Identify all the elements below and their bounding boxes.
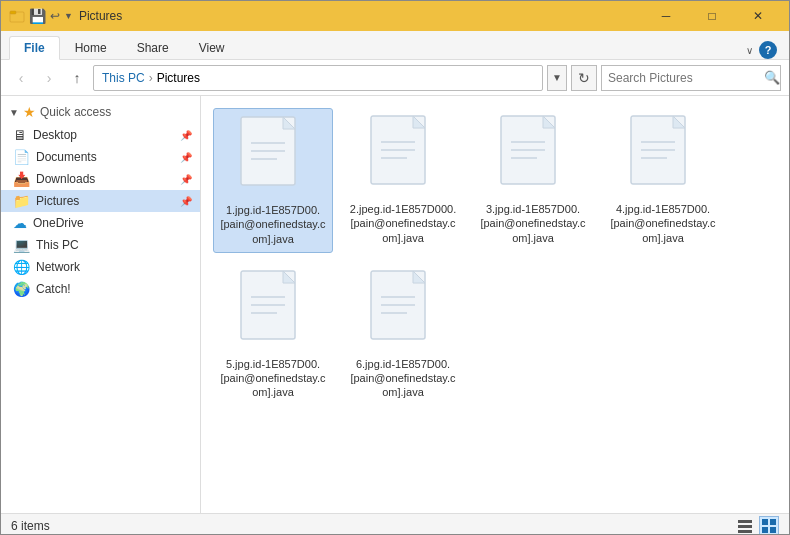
sidebar-thispc-label: This PC xyxy=(36,238,192,252)
downloads-icon: 📥 xyxy=(13,171,30,187)
file-item-file1[interactable]: 1.jpg.id-1E857D00.[pain@onefinedstay.com… xyxy=(213,108,333,253)
file-name-file5: 5.jpg.id-1E857D00.[pain@onefinedstay.com… xyxy=(219,357,327,400)
back-button[interactable]: ‹ xyxy=(9,66,33,90)
tab-home[interactable]: Home xyxy=(60,36,122,59)
onedrive-icon: ☁ xyxy=(13,215,27,231)
search-icon[interactable]: 🔍 xyxy=(764,65,780,91)
ribbon-help: ∨ ? xyxy=(746,41,781,59)
sidebar-item-desktop[interactable]: 🖥 Desktop 📌 xyxy=(1,124,200,146)
sidebar-pictures-label: Pictures xyxy=(36,194,174,208)
status-bar: 6 items xyxy=(1,513,789,535)
tab-view[interactable]: View xyxy=(184,36,240,59)
svg-rect-38 xyxy=(770,527,776,533)
tab-share[interactable]: Share xyxy=(122,36,184,59)
list-view-button[interactable] xyxy=(735,516,755,536)
sidebar-network-label: Network xyxy=(36,260,192,274)
svg-rect-35 xyxy=(762,519,768,525)
sidebar-item-network[interactable]: 🌐 Network xyxy=(1,256,200,278)
sidebar-item-catch[interactable]: 🌍 Catch! xyxy=(1,278,200,300)
item-count: 6 items xyxy=(11,519,50,533)
svg-rect-33 xyxy=(738,525,752,528)
star-icon: ★ xyxy=(23,104,36,120)
file-item-file5[interactable]: 5.jpg.id-1E857D00.[pain@onefinedstay.com… xyxy=(213,263,333,406)
list-view-icon xyxy=(737,518,753,534)
maximize-button[interactable]: □ xyxy=(689,1,735,31)
sidebar-onedrive-label: OneDrive xyxy=(33,216,192,230)
file-name-file4: 4.jpg.id-1E857D00.[pain@onefinedstay.com… xyxy=(609,202,717,245)
file-icon-file2 xyxy=(367,114,439,198)
forward-button[interactable]: › xyxy=(37,66,61,90)
close-button[interactable]: ✕ xyxy=(735,1,781,31)
svg-rect-32 xyxy=(738,520,752,523)
svg-rect-34 xyxy=(738,530,752,533)
title-bar-left: 💾 ↩ ▼ Pictures xyxy=(9,8,122,24)
file-icon-file4 xyxy=(627,114,699,198)
svg-rect-36 xyxy=(770,519,776,525)
file-item-file6[interactable]: 6.jpg.id-1E857D00.[pain@onefinedstay.com… xyxy=(343,263,463,406)
folder-icon xyxy=(9,8,25,24)
file-grid: 1.jpg.id-1E857D00.[pain@onefinedstay.com… xyxy=(209,104,781,410)
svg-rect-1 xyxy=(10,11,16,14)
documents-pin-icon: 📌 xyxy=(180,152,192,163)
window-title: Pictures xyxy=(79,9,122,23)
sidebar-item-thispc[interactable]: 💻 This PC xyxy=(1,234,200,256)
tab-file[interactable]: File xyxy=(9,36,60,60)
thispc-icon: 💻 xyxy=(13,237,30,253)
up-button[interactable]: ↑ xyxy=(65,66,89,90)
address-bar: ‹ › ↑ This PC › Pictures ▼ ↻ 🔍 xyxy=(1,60,789,96)
address-path[interactable]: This PC › Pictures xyxy=(93,65,543,91)
undo-icon[interactable]: ↩ xyxy=(50,10,60,22)
sidebar-item-documents[interactable]: 📄 Documents 📌 xyxy=(1,146,200,168)
main-layout: ▼ ★ Quick access 🖥 Desktop 📌 📄 Documents… xyxy=(1,96,789,513)
file-name-file1: 1.jpg.id-1E857D00.[pain@onefinedstay.com… xyxy=(220,203,326,246)
file-item-file3[interactable]: 3.jpg.id-1E857D00.[pain@onefinedstay.com… xyxy=(473,108,593,253)
sidebar-desktop-label: Desktop xyxy=(33,128,174,142)
search-box: 🔍 xyxy=(601,65,781,91)
help-button[interactable]: ? xyxy=(759,41,777,59)
sidebar-item-downloads[interactable]: 📥 Downloads 📌 xyxy=(1,168,200,190)
minimize-button[interactable]: ─ xyxy=(643,1,689,31)
sidebar-item-pictures[interactable]: 📁 Pictures 📌 xyxy=(1,190,200,212)
svg-rect-37 xyxy=(762,527,768,533)
ribbon-tabs: File Home Share View ∨ ? xyxy=(1,31,789,59)
save-icon[interactable]: 💾 xyxy=(29,9,46,23)
quick-access-header[interactable]: ▼ ★ Quick access xyxy=(1,100,200,124)
sidebar-catch-label: Catch! xyxy=(36,282,192,296)
content-area: 1.jpg.id-1E857D00.[pain@onefinedstay.com… xyxy=(201,96,789,513)
sidebar-item-onedrive[interactable]: ☁ OneDrive xyxy=(1,212,200,234)
quick-access-expand-icon: ▼ xyxy=(9,107,19,118)
file-name-file2: 2.jpeg.id-1E857D000.[pain@onefinedstay.c… xyxy=(349,202,457,245)
window-controls: ─ □ ✕ xyxy=(643,1,781,31)
desktop-pin-icon: 📌 xyxy=(180,130,192,141)
search-input[interactable] xyxy=(602,71,764,85)
ribbon: File Home Share View ∨ ? xyxy=(1,31,789,60)
documents-icon: 📄 xyxy=(13,149,30,165)
refresh-button[interactable]: ↻ xyxy=(571,65,597,91)
catch-icon: 🌍 xyxy=(13,281,30,297)
sidebar-downloads-label: Downloads xyxy=(36,172,174,186)
dropdown-arrow[interactable]: ▼ xyxy=(64,12,73,21)
file-name-file3: 3.jpg.id-1E857D00.[pain@onefinedstay.com… xyxy=(479,202,587,245)
desktop-icon: 🖥 xyxy=(13,127,27,143)
file-item-file2[interactable]: 2.jpeg.id-1E857D000.[pain@onefinedstay.c… xyxy=(343,108,463,253)
file-name-file6: 6.jpg.id-1E857D00.[pain@onefinedstay.com… xyxy=(349,357,457,400)
quick-access-label: Quick access xyxy=(40,105,111,119)
quick-access-toolbar: 💾 ↩ ▼ xyxy=(9,8,73,24)
address-dropdown-button[interactable]: ▼ xyxy=(547,65,567,91)
path-pictures: Pictures xyxy=(157,71,200,85)
pictures-pin-icon: 📌 xyxy=(180,196,192,207)
ribbon-collapse-icon[interactable]: ∨ xyxy=(746,45,753,56)
path-thispc: This PC xyxy=(102,71,145,85)
file-icon-file1 xyxy=(237,115,309,199)
file-icon-file6 xyxy=(367,269,439,353)
pictures-icon: 📁 xyxy=(13,193,30,209)
view-controls xyxy=(735,516,779,536)
file-icon-file5 xyxy=(237,269,309,353)
tile-view-button[interactable] xyxy=(759,516,779,536)
path-sep-1: › xyxy=(149,71,153,85)
file-item-file4[interactable]: 4.jpg.id-1E857D00.[pain@onefinedstay.com… xyxy=(603,108,723,253)
sidebar-documents-label: Documents xyxy=(36,150,174,164)
sidebar: ▼ ★ Quick access 🖥 Desktop 📌 📄 Documents… xyxy=(1,96,201,513)
file-icon-file3 xyxy=(497,114,569,198)
tile-view-icon xyxy=(761,518,777,534)
